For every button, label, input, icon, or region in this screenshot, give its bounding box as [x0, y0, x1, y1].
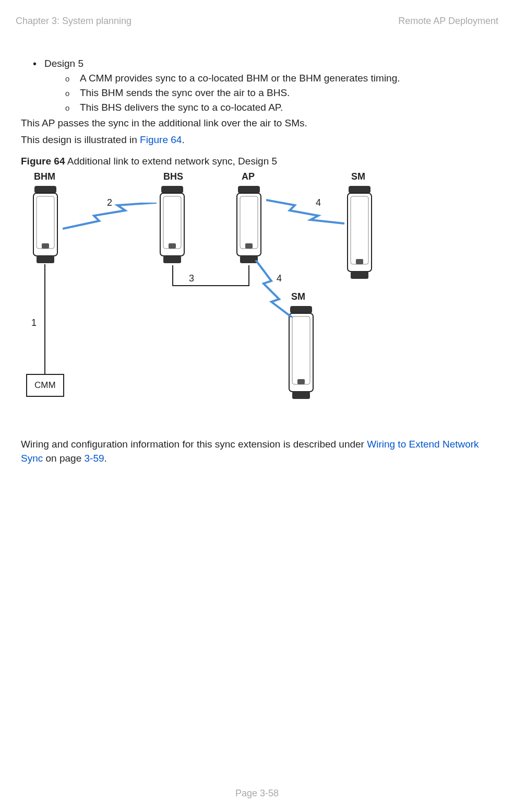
label-ap: AP — [242, 171, 255, 182]
svg-rect-19 — [351, 272, 368, 279]
label-bhm: BHM — [34, 171, 55, 182]
figure-caption: Figure 64 Additional link to extend netw… — [21, 156, 498, 167]
wiring-mid: on page — [43, 453, 84, 464]
device-sm1 — [345, 186, 374, 280]
para2-pre: This design is illustrated in — [21, 134, 140, 145]
svg-rect-24 — [292, 392, 310, 399]
header-left: Chapter 3: System planning — [16, 16, 132, 27]
bolt-ap-sm1 — [266, 195, 344, 226]
cmm-box: CMM — [26, 374, 64, 397]
svg-rect-9 — [163, 256, 181, 263]
device-ap — [235, 186, 263, 264]
device-sm2 — [287, 306, 315, 400]
num-3: 3 — [189, 273, 194, 284]
figure-title: Additional link to extend network sync, … — [65, 156, 277, 167]
wiring-post: . — [104, 453, 107, 464]
wiring-pre: Wiring and configuration information for… — [21, 439, 367, 450]
svg-rect-13 — [245, 243, 253, 249]
label-bhs: BHS — [163, 171, 183, 182]
svg-rect-17 — [351, 196, 368, 264]
num-4b: 4 — [277, 273, 282, 284]
device-bhs — [158, 186, 186, 264]
device-bhm — [31, 186, 59, 264]
para2-post: . — [182, 134, 184, 145]
svg-rect-0 — [34, 186, 56, 193]
svg-rect-22 — [292, 316, 310, 384]
num-4a: 4 — [316, 197, 321, 208]
bolt-ap-sm2 — [250, 260, 297, 317]
sub-item-1: A CMM provides sync to a co-located BHM … — [65, 73, 498, 84]
header-right: Remote AP Deployment — [398, 16, 498, 27]
svg-rect-18 — [356, 259, 363, 264]
design-title: Design 5 — [44, 58, 83, 69]
svg-rect-10 — [238, 186, 260, 193]
wiring-paragraph: Wiring and configuration information for… — [21, 438, 493, 465]
page-footer: Page 3-58 — [0, 788, 514, 799]
bullet-design-5: Design 5 A CMM provides sync to a co-loc… — [44, 58, 498, 113]
svg-rect-15 — [349, 186, 370, 193]
link-figure-64[interactable]: Figure 64 — [140, 134, 182, 145]
link-page-359[interactable]: 3-59 — [85, 453, 104, 464]
label-sm: SM — [351, 171, 365, 182]
para-ap-passes: This AP passes the sync in the additiona… — [21, 116, 498, 130]
svg-rect-8 — [169, 243, 176, 249]
bracket-bhs-ap — [172, 265, 249, 286]
num-2: 2 — [107, 197, 112, 208]
para-illustrated: This design is illustrated in Figure 64. — [21, 133, 498, 147]
line-bhm-cmm — [44, 264, 45, 374]
svg-rect-4 — [37, 256, 54, 263]
num-1: 1 — [31, 317, 37, 328]
svg-rect-5 — [161, 186, 183, 193]
svg-rect-7 — [163, 196, 181, 249]
sub-item-2: This BHM sends the sync over the air to … — [65, 87, 498, 99]
figure-diagram: BHM BHS AP SM SM CMM — [21, 171, 397, 411]
svg-rect-2 — [37, 196, 54, 249]
svg-rect-3 — [42, 243, 49, 249]
figure-label: Figure 64 — [21, 156, 65, 167]
svg-rect-23 — [297, 379, 305, 384]
svg-rect-12 — [240, 196, 258, 249]
sub-item-3: This BHS delivers the sync to a co-locat… — [65, 102, 498, 113]
